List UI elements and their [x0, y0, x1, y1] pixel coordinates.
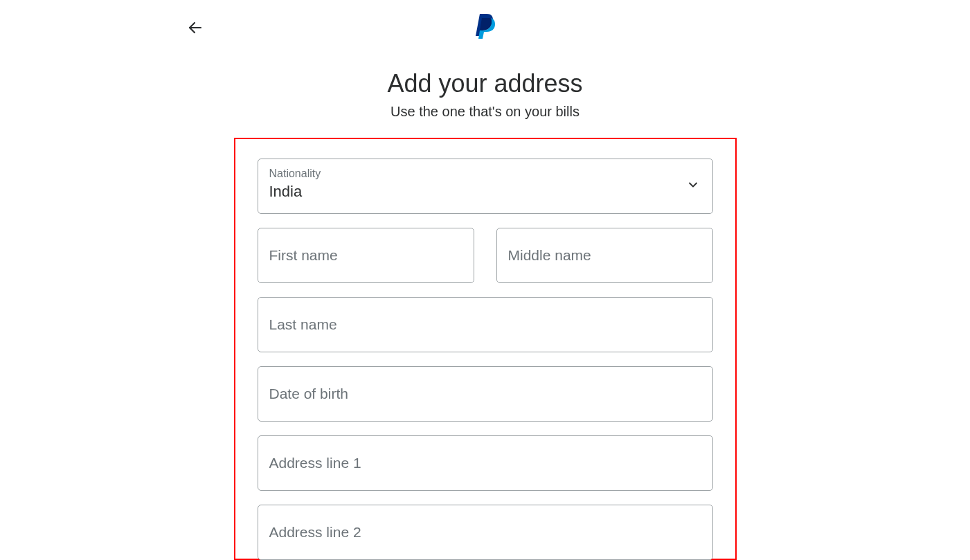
address-line-2-input[interactable]	[258, 505, 712, 559]
address-line-2-field-wrapper	[258, 505, 713, 560]
middle-name-input[interactable]	[497, 228, 712, 282]
nationality-label: Nationality	[269, 168, 701, 180]
last-name-input[interactable]	[258, 298, 712, 352]
page-title: Add your address	[0, 69, 970, 98]
address-line-1-field-wrapper	[258, 435, 713, 491]
middle-name-field-wrapper	[496, 228, 713, 283]
address-form: Nationality India	[234, 138, 737, 560]
date-of-birth-input[interactable]	[258, 367, 712, 421]
date-of-birth-field-wrapper	[258, 366, 713, 422]
last-name-field-wrapper	[258, 297, 713, 352]
nationality-value: India	[269, 183, 303, 200]
page-subtitle: Use the one that's on your bills	[0, 104, 970, 120]
address-line-1-input[interactable]	[258, 436, 712, 490]
paypal-logo	[474, 12, 496, 39]
first-name-field-wrapper	[258, 228, 474, 283]
nationality-select[interactable]: Nationality India	[258, 159, 713, 214]
first-name-input[interactable]	[258, 228, 474, 282]
arrow-left-icon	[187, 19, 204, 36]
chevron-down-icon	[686, 178, 700, 195]
back-button[interactable]	[186, 18, 205, 37]
